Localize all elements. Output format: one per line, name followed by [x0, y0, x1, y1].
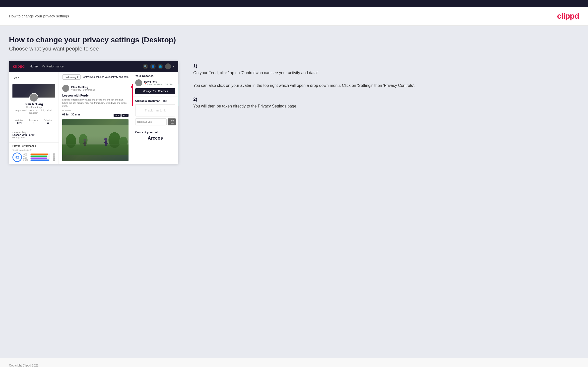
quality-row: 92 OTT 90 APP 85: [12, 153, 55, 162]
app-sidebar: Feed Blair McHarg Plus Handicap Royal No…: [9, 72, 59, 164]
location-icon: 📍: [144, 83, 147, 85]
arccos-logo: Arccos: [135, 136, 175, 141]
coach-avatar: [135, 79, 142, 86]
duration-label: Duration: [62, 109, 129, 112]
coach-info: David Ford 📍 Royal North Devon Golf Club: [144, 80, 173, 85]
stat-followers-value: 3: [29, 121, 38, 125]
post-avatar: [62, 85, 69, 92]
following-button[interactable]: Following ▾: [62, 74, 81, 80]
quality-circle: 92: [12, 153, 22, 162]
chevron-down-icon: ▾: [77, 75, 78, 79]
tag-app: APP: [122, 114, 129, 117]
avatar-chevron[interactable]: ▾: [173, 65, 174, 68]
trackman-input[interactable]: [135, 118, 167, 125]
step2-number: 2): [193, 97, 579, 102]
bar-ott: OTT 90: [23, 153, 55, 155]
stat-activities: Activities 131: [15, 119, 23, 125]
profile-club: Royal North Devon Golf Club, United King…: [12, 109, 55, 114]
add-link-button[interactable]: Add Link: [168, 118, 176, 125]
stat-following: Following 4: [44, 119, 52, 125]
post-image-overlay: [62, 136, 129, 161]
duration-row: 01 hr : 30 min OTT APP: [62, 112, 129, 117]
arrow-line: [102, 87, 131, 87]
manage-coaches-button[interactable]: Manage Your Coaches: [135, 88, 175, 94]
profile-banner: [12, 84, 55, 98]
post-tags: OTT APP: [114, 114, 129, 117]
trackman-title: Upload a Trackman Test: [135, 99, 175, 102]
coaches-section: Your Coaches David Ford 📍 Royal North De…: [132, 72, 178, 97]
globe-icon[interactable]: 🌐: [158, 64, 163, 69]
clippd-logo: clippd: [557, 11, 579, 21]
stat-followers: Followers 3: [29, 119, 38, 125]
trackman-input-row: Add Link: [135, 118, 175, 125]
instruction-step2: 2) You will then be taken directly to th…: [193, 97, 579, 109]
app-right-panel: Your Coaches David Ford 📍 Royal North De…: [132, 72, 178, 164]
post-title: Lesson with Fordy: [62, 94, 129, 97]
step1-number: 1): [193, 63, 579, 69]
content-area: clippd Home My Performance 🔍 👤 🌐 ▾ Feed: [9, 61, 579, 164]
bar-putt: PUTT 96: [23, 159, 55, 161]
step2-text: You will then be taken directly to the P…: [193, 103, 579, 109]
arrow-head: [131, 86, 133, 88]
profile-card: Blair McHarg Plus Handicap Royal North D…: [9, 81, 59, 127]
footer: Copyright Clippd 2022: [0, 358, 588, 367]
stat-activities-value: 131: [15, 121, 23, 125]
stat-activities-label: Activities: [15, 119, 23, 121]
nav-avatar[interactable]: [165, 63, 171, 69]
app-nav-icons: 🔍 👤 🌐 ▾: [143, 63, 174, 69]
feed-tab[interactable]: Feed: [9, 75, 59, 81]
page-subtitle: Choose what you want people to see: [9, 46, 579, 52]
connect-title: Connect your data: [135, 131, 175, 134]
app-logo: clippd: [13, 64, 25, 69]
profile-avatar: [29, 93, 38, 102]
profile-name: Blair McHarg: [12, 103, 55, 106]
step1-text-part1: On your Feed, click/tap on 'Control who …: [193, 71, 319, 75]
post-author-info: Blair McHarg Yesterday · Sunningdale: [71, 86, 95, 91]
stat-followers-label: Followers: [29, 119, 38, 121]
instructions: 1) On your Feed, click/tap on 'Control w…: [188, 61, 579, 117]
feed-post: Blair McHarg Yesterday · Sunningdale Les…: [59, 82, 132, 164]
post-image: [62, 119, 129, 161]
stat-following-label: Following: [44, 119, 52, 121]
latest-label: Latest Activity: [12, 131, 55, 134]
page-title: How to change your privacy settings (Des…: [9, 36, 579, 44]
app-mockup: clippd Home My Performance 🔍 👤 🌐 ▾ Feed: [9, 61, 178, 164]
profile-handicap: Plus Handicap: [12, 106, 55, 109]
instruction-step1: 1) On your Feed, click/tap on 'Control w…: [193, 63, 579, 89]
coach-row: David Ford 📍 Royal North Devon Golf Club: [135, 79, 175, 86]
step1-text-part2: You can also click on your avatar in the…: [193, 83, 415, 88]
step1-text: On your Feed, click/tap on 'Control who …: [193, 70, 579, 89]
header: How to change your privacy settings clip…: [0, 7, 588, 26]
connect-section: Connect your data Arccos: [132, 128, 178, 143]
app-nav-links: Home My Performance: [30, 65, 138, 68]
quality-label: Total Player Quality ⓘ: [12, 149, 55, 152]
bar-app: APP 85: [23, 155, 55, 157]
post-meta: Yesterday · Sunningdale: [71, 89, 95, 91]
search-icon[interactable]: 🔍: [143, 64, 148, 69]
app-nav-link-home[interactable]: Home: [30, 65, 38, 68]
app-nav-link-performance[interactable]: My Performance: [42, 65, 64, 68]
duration-value: 01 hr : 30 min: [62, 113, 80, 116]
main-content: How to change your privacy settings (Des…: [0, 26, 588, 358]
app-nav: clippd Home My Performance 🔍 👤 🌐 ▾: [9, 61, 178, 72]
quality-bars: OTT 90 APP 85 ARG: [23, 153, 55, 161]
trackman-section: Upload a Trackman Test Trackman Link Add…: [132, 97, 178, 128]
post-author-name: Blair McHarg: [71, 86, 95, 89]
latest-date: 03 Aug 2022: [12, 136, 55, 139]
person-icon[interactable]: 👤: [150, 64, 156, 69]
profile-stats: Activities 131 Followers 3 Following 4: [12, 117, 55, 125]
trackman-link-box: Trackman Link: [135, 104, 175, 116]
player-performance: Player Performance Total Player Quality …: [9, 142, 59, 164]
latest-activity: Latest Activity Lesson with Fordy 03 Aug…: [9, 129, 59, 141]
app-body: Feed Blair McHarg Plus Handicap Royal No…: [9, 72, 178, 164]
bar-arg: ARG 86: [23, 157, 55, 159]
app-feed: Following ▾ Control who can see your act…: [59, 72, 132, 164]
coaches-title: Your Coaches: [135, 74, 175, 77]
top-bar: [0, 0, 588, 7]
coach-club: 📍 Royal North Devon Golf Club: [144, 83, 173, 85]
control-privacy-link[interactable]: Control who can see your activity and da…: [82, 76, 129, 78]
latest-title: Lesson with Fordy: [12, 134, 55, 136]
footer-text: Copyright Clippd 2022: [9, 364, 39, 367]
post-description: Looking to feel like my hands are exitin…: [62, 98, 129, 108]
tag-ott: OTT: [114, 114, 121, 117]
